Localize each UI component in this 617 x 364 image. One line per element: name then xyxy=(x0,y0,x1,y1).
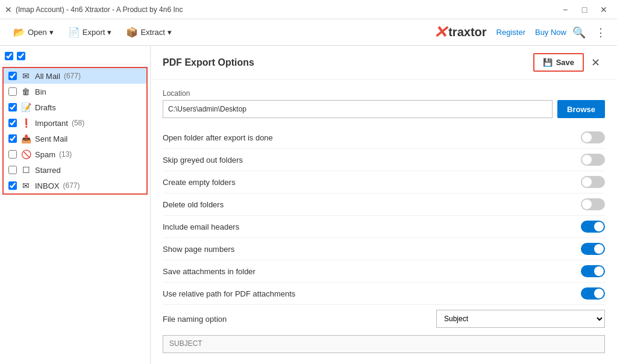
location-input[interactable] xyxy=(163,100,553,118)
folder-name-bin: Bin xyxy=(35,87,46,96)
export-button[interactable]: 📄 Export ▾ xyxy=(62,23,118,42)
toggle-label-save-attachments: Save attachments in folder xyxy=(163,267,255,276)
toggle-label-skip-greyed: Skip greyed out folders xyxy=(163,155,243,165)
folder-item-drafts[interactable]: 📝Drafts xyxy=(4,99,146,115)
toggle-label-create-empty: Create empty folders xyxy=(163,178,236,187)
folder-name-important: Important xyxy=(35,119,68,128)
folder-item-important[interactable]: ❗Important(58) xyxy=(4,115,146,131)
folder-checkbox-bin[interactable] xyxy=(8,87,17,96)
open-label: Open xyxy=(28,28,47,37)
folder-checkbox-all-mail[interactable] xyxy=(8,72,17,80)
nav-links: Register Buy Now xyxy=(496,28,566,37)
minimize-button[interactable]: − xyxy=(557,3,574,16)
more-options-button[interactable]: ⋮ xyxy=(592,24,610,42)
extract-icon: 📦 xyxy=(126,27,138,38)
toggle-row-save-attachments: Save attachments in folder xyxy=(163,260,605,283)
folder-icon-starred: ☐ xyxy=(20,165,31,175)
window-controls: − □ ✕ xyxy=(557,3,612,16)
folder-checkbox-spam[interactable] xyxy=(8,150,17,158)
open-icon: 📂 xyxy=(13,27,25,38)
folder-item-starred[interactable]: ☐Starred xyxy=(4,162,146,178)
location-group: Location Browse xyxy=(163,89,605,118)
toggle-switch-skip-greyed[interactable] xyxy=(581,154,605,166)
logo-text: traxtor xyxy=(448,25,486,39)
folder-name-starred: Starred xyxy=(35,166,61,175)
toolbar: 📂 Open ▾ 📄 Export ▾ 📦 Extract ▾ ✕ traxto… xyxy=(0,19,617,46)
folder-item-spam[interactable]: 🚫Spam(13) xyxy=(4,146,146,162)
main-layout: ✉All Mail(677)🗑Bin📝Drafts❗Important(58)📤… xyxy=(0,46,617,364)
maximize-button[interactable]: □ xyxy=(576,3,593,16)
folder-checkbox-sent-mail[interactable] xyxy=(8,134,17,143)
subject-box: SUBJECT xyxy=(163,335,605,353)
folder-checkbox-important[interactable] xyxy=(8,119,17,127)
save-label: Save xyxy=(556,58,574,67)
toggle-label-delete-old: Delete old folders xyxy=(163,200,224,209)
panel-header-buttons: 💾 Save ✕ xyxy=(533,53,605,72)
toggle-rows: Open folder after export is doneSkip gre… xyxy=(163,127,605,305)
folder-icon-bin: 🗑 xyxy=(20,87,31,96)
toggle-label-relative-path: Use relative path for PDF attachments xyxy=(163,289,295,298)
folder-icon-spam: 🚫 xyxy=(20,149,31,159)
panel-header: PDF Export Options 💾 Save ✕ xyxy=(151,46,617,80)
folder-count-all-mail: (677) xyxy=(64,72,81,80)
subject-placeholder: SUBJECT xyxy=(169,339,202,348)
toggle-switch-create-empty[interactable] xyxy=(581,176,605,188)
panel-title: PDF Export Options xyxy=(163,57,254,68)
save-icon: 💾 xyxy=(543,58,553,67)
panel-body: Location Browse Open folder after export… xyxy=(151,80,617,363)
export-chevron-icon: ▾ xyxy=(107,28,111,37)
search-button[interactable]: 🔍 xyxy=(569,24,589,42)
sidebar-header xyxy=(0,48,150,64)
file-naming-row: File naming option SubjectDateFromTo xyxy=(163,305,605,333)
title-bar-text: (Imap Account) - 4n6 Xtraxtor - A Produc… xyxy=(16,5,557,14)
toggle-switch-show-page-numbers[interactable] xyxy=(581,243,605,255)
folder-item-sent-mail[interactable]: 📤Sent Mail xyxy=(4,131,146,146)
sidebar: ✉All Mail(677)🗑Bin📝Drafts❗Important(58)📤… xyxy=(0,46,151,364)
location-row: Browse xyxy=(163,100,605,118)
folder-icon-sent-mail: 📤 xyxy=(20,134,31,143)
toggle-label-open-folder: Open folder after export is done xyxy=(163,133,273,142)
folder-icon-drafts: 📝 xyxy=(20,102,31,112)
export-label: Export xyxy=(83,28,105,37)
toggle-switch-include-headers[interactable] xyxy=(581,221,605,233)
toggle-switch-save-attachments[interactable] xyxy=(581,265,605,277)
buy-now-link[interactable]: Buy Now xyxy=(535,28,566,37)
toggle-switch-open-folder[interactable] xyxy=(581,131,605,143)
folder-icon-all-mail: ✉ xyxy=(20,71,31,81)
folder-checkbox-starred[interactable] xyxy=(8,166,17,174)
toggle-switch-relative-path[interactable] xyxy=(581,287,605,300)
open-button[interactable]: 📂 Open ▾ xyxy=(7,23,60,42)
filter-checkbox[interactable] xyxy=(17,52,25,60)
right-panel: PDF Export Options 💾 Save ✕ Location Bro… xyxy=(151,46,617,364)
folder-list: ✉All Mail(677)🗑Bin📝Drafts❗Important(58)📤… xyxy=(2,67,148,195)
browse-button[interactable]: Browse xyxy=(557,100,605,118)
register-link[interactable]: Register xyxy=(496,28,525,37)
folder-item-inbox[interactable]: ✉INBOX(677) xyxy=(4,178,146,193)
save-button[interactable]: 💾 Save xyxy=(533,53,584,72)
toggle-row-relative-path: Use relative path for PDF attachments xyxy=(163,283,605,305)
select-all-checkbox[interactable] xyxy=(5,52,13,60)
toggle-row-create-empty: Create empty folders xyxy=(163,171,605,193)
file-naming-select[interactable]: SubjectDateFromTo xyxy=(436,310,605,328)
toggle-row-include-headers: Include email headers xyxy=(163,216,605,238)
panel-close-button[interactable]: ✕ xyxy=(586,53,605,72)
folder-checkbox-inbox[interactable] xyxy=(8,181,17,190)
window-close-button[interactable]: ✕ xyxy=(595,3,612,16)
toggle-row-skip-greyed: Skip greyed out folders xyxy=(163,149,605,171)
toggle-label-show-page-numbers: Show page numbers xyxy=(163,245,234,254)
folder-count-inbox: (677) xyxy=(63,181,80,190)
folder-name-sent-mail: Sent Mail xyxy=(35,134,67,143)
folder-item-all-mail[interactable]: ✉All Mail(677) xyxy=(4,68,146,84)
folder-icon-important: ❗ xyxy=(20,118,31,128)
extract-button[interactable]: 📦 Extract ▾ xyxy=(120,23,177,42)
toggle-switch-delete-old[interactable] xyxy=(581,198,605,210)
folder-count-spam: (13) xyxy=(59,150,72,158)
toggle-row-open-folder: Open folder after export is done xyxy=(163,127,605,149)
folder-name-all-mail: All Mail xyxy=(35,72,60,81)
folder-item-bin[interactable]: 🗑Bin xyxy=(4,84,146,99)
folder-checkbox-drafts[interactable] xyxy=(8,103,17,111)
file-naming-label: File naming option xyxy=(163,315,227,324)
folder-count-important: (58) xyxy=(72,119,84,127)
toggle-row-show-page-numbers: Show page numbers xyxy=(163,238,605,260)
location-label: Location xyxy=(163,89,605,98)
